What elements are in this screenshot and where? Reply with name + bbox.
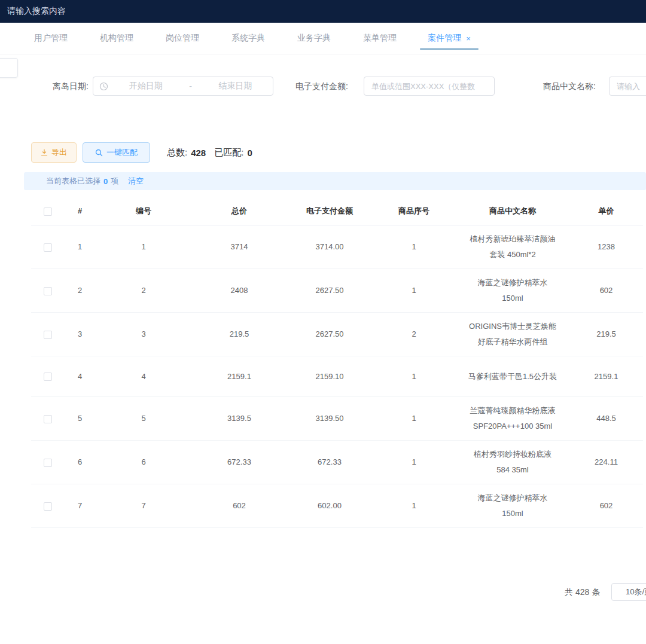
product-name-input[interactable] [609,77,646,96]
selection-suffix: 项 [111,176,118,187]
pagination: 共 428 条 10条/页 [0,583,646,601]
col-header-code: 编号 [96,200,191,222]
selection-count: 0 [103,177,108,186]
col-header-payment: 电子支付金额 [287,200,372,222]
page-size-value: 10条/页 [626,587,646,597]
search-icon [95,149,103,157]
table-header-row: # 编号 总价 电子支付金额 商品序号 商品中文名称 单价 [31,197,643,225]
select-all-checkbox[interactable] [44,207,52,216]
start-date-input[interactable]: 开始日期 [108,81,184,91]
tab-business-dict[interactable]: 业务字典 [281,23,347,54]
end-date-input[interactable]: 结束日期 [198,81,273,91]
table-row: 2 2 2408 2627.50 1 海蓝之谜修护精萃水 150ml 602 [31,269,643,313]
total-value: 428 [191,148,206,158]
product-name-label: 商品中文名称: [543,76,596,96]
date-range-separator: - [184,81,198,91]
row-checkbox[interactable] [44,502,52,511]
row-checkbox[interactable] [44,373,52,381]
toolbar: 导出 一键匹配 总数: 428 已匹配: 0 [31,142,252,163]
matched-value: 0 [247,148,252,158]
selection-bar: 当前表格已选择 0 项 清空 [24,172,646,190]
tab-case-management[interactable]: 案件管理 × [413,23,486,54]
close-icon[interactable]: × [466,34,471,43]
col-header-name: 商品中文名称 [456,197,569,225]
match-stats: 总数: 428 已匹配: 0 [167,147,252,158]
one-key-match-label: 一键匹配 [106,147,138,158]
clock-icon [99,82,108,91]
one-key-match-button[interactable]: 一键匹配 [83,142,150,163]
row-checkbox[interactable] [44,415,52,423]
table-row: 3 3 219.5 2627.50 2 ORIGINS韦博士灵芝焕能好底子精华水… [31,313,643,356]
table-row: 6 6 672.33 672.33 1 植村秀羽纱持妆粉底液 584 35ml … [31,441,643,484]
tab-post-management[interactable]: 岗位管理 [150,23,215,54]
tab-system-dict[interactable]: 系统字典 [215,23,281,54]
selection-prefix: 当前表格已选择 [46,176,100,187]
tab-org-management[interactable]: 机构管理 [84,23,150,54]
row-checkbox[interactable] [44,243,52,252]
col-header-total: 总价 [191,200,287,222]
page-size-select[interactable]: 10条/页 [611,583,646,601]
total-label: 总数: [167,147,187,158]
table-row: 5 5 3139.5 3139.50 1 兰蔻菁纯臻颜精华粉底液SPF20PA+… [31,397,643,441]
date-range-picker[interactable]: 开始日期 - 结束日期 [93,77,273,96]
pagination-total: 共 428 条 [565,583,600,601]
global-search-input[interactable]: 请输入搜索内容 [7,6,66,17]
tab-menu-management[interactable]: 菜单管理 [347,23,413,54]
case-table: # 编号 总价 电子支付金额 商品序号 商品中文名称 单价 1 1 3714 3… [31,197,646,542]
download-icon [41,149,48,156]
matched-label: 已匹配: [214,147,243,158]
col-header-unit: 单价 [569,200,643,222]
payment-amount-input[interactable] [364,77,495,96]
top-navbar: 请输入搜索内容 [0,0,646,23]
clear-selection-link[interactable]: 清空 [128,176,144,187]
tab-bar: 用户管理 机构管理 岗位管理 系统字典 业务字典 菜单管理 案件管理 × [0,23,646,54]
tab-user-management[interactable]: 用户管理 [18,23,84,54]
payment-amount-label: 电子支付金额: [295,76,348,96]
date-range-label: 离岛日期: [53,76,89,96]
table-row: 4 4 2159.1 2159.10 1 马爹利蓝带干邑1.5公升装 2159.… [31,356,643,397]
row-checkbox[interactable] [44,331,52,339]
table-row: 8 8 1233.47 1233.47 1 卡诗菁纯亮泽经典香氛 410.43 [31,528,643,542]
col-header-seq: 商品序号 [372,200,456,222]
col-header-index: # [64,200,96,222]
sidebar-toggle[interactable] [0,58,18,78]
export-button-label: 导出 [51,147,67,158]
row-checkbox[interactable] [44,459,52,467]
row-checkbox[interactable] [44,287,52,295]
table-row: 7 7 602 602.00 1 海蓝之谜修护精萃水 150ml 602 [31,484,643,528]
filter-row: 离岛日期: 开始日期 - 结束日期 电子支付金额: 商品中文名称: [0,76,646,96]
table-row: 1 1 3714 3714.00 1 植村秀新琥珀臻萃洁颜油套装 450ml*2… [31,225,643,269]
export-button[interactable]: 导出 [31,142,77,163]
